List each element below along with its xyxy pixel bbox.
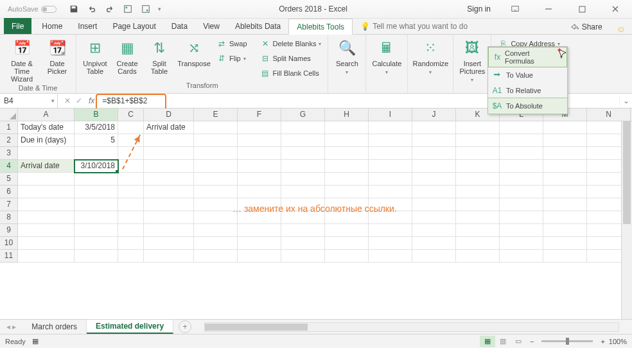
row-9[interactable]: 9 (0, 224, 18, 237)
cell-L4[interactable] (500, 160, 543, 173)
undo-button[interactable] (83, 2, 100, 16)
cell-L6[interactable] (500, 186, 543, 198)
to-absolute-item[interactable]: $ATo Absolute (488, 98, 567, 114)
tab-page-layout[interactable]: Page Layout (105, 18, 163, 34)
cell-C8[interactable] (118, 211, 144, 224)
col-H[interactable]: H (325, 108, 369, 121)
to-value-item[interactable]: ⮕To Value (488, 67, 567, 83)
share-button[interactable]: Share (563, 20, 610, 34)
cell-J5[interactable] (412, 173, 456, 186)
search-button[interactable]: 🔍Search▾ (332, 37, 362, 78)
calculate-button[interactable]: 🖩Calculate▾ (370, 37, 403, 78)
cell-G1[interactable] (281, 121, 325, 134)
sheet-estimated-delivery[interactable]: Estimated delivery (87, 320, 173, 334)
unpivot-table-button[interactable]: ⊞Unpivot Table (80, 37, 110, 76)
cell-J6[interactable] (412, 186, 456, 198)
cell-F5[interactable] (238, 173, 281, 186)
page-layout-view-button[interactable]: ▥ (495, 336, 511, 347)
cell-F1[interactable] (238, 121, 281, 134)
cell-K10[interactable] (456, 237, 500, 250)
cell-G9[interactable] (281, 224, 325, 237)
cell-I1[interactable] (369, 121, 412, 134)
cell-E6[interactable] (194, 186, 238, 198)
cell-L9[interactable] (500, 224, 543, 237)
cell-D9[interactable] (144, 224, 194, 237)
zoom-slider[interactable] (541, 340, 593, 342)
cell-M1[interactable] (543, 121, 587, 134)
cell-A9[interactable] (18, 224, 75, 237)
cell-I6[interactable] (369, 186, 412, 198)
cell-D10[interactable] (144, 237, 194, 250)
cell-C10[interactable] (118, 237, 144, 250)
sheet-march-orders[interactable]: March orders (22, 320, 87, 333)
cell-B4[interactable]: 3/10/2018 (75, 160, 118, 173)
tab-ablebits-tools[interactable]: Ablebits Tools (288, 19, 353, 35)
col-G[interactable]: G (281, 108, 325, 121)
cell-F2[interactable] (238, 134, 281, 147)
cell-H3[interactable] (325, 147, 369, 160)
row-6[interactable]: 6 (0, 186, 18, 198)
cell-G6[interactable] (281, 186, 325, 198)
cell-J8[interactable] (412, 211, 456, 224)
tab-file[interactable]: File (4, 18, 31, 34)
ribbon-options-button[interactable] (501, 0, 529, 19)
cell-H2[interactable] (325, 134, 369, 147)
cell-A11[interactable] (18, 250, 75, 263)
tell-me[interactable]: 💡Tell me what you want to do (353, 18, 475, 34)
feedback-icon[interactable]: ☺ (610, 24, 632, 34)
cell-I10[interactable] (369, 237, 412, 250)
cell-B1[interactable]: 3/5/2018 (75, 121, 118, 134)
cell-C11[interactable] (118, 250, 144, 263)
cell-G5[interactable] (281, 173, 325, 186)
cell-E3[interactable] (194, 147, 238, 160)
cell-A2[interactable]: Due in (days) (18, 134, 75, 147)
qat-customize[interactable]: ▾ (155, 2, 164, 16)
convert-formulas-button[interactable]: fxConvert Formulas▾ (488, 47, 567, 67)
fill-blank-button[interactable]: ▤Fill Blank Cells (258, 66, 324, 80)
sheet-nav[interactable]: ◂ ▸ (0, 322, 22, 331)
create-cards-button[interactable]: ▦Create Cards (112, 37, 142, 76)
cell-A6[interactable] (18, 186, 75, 198)
col-F[interactable]: F (238, 108, 281, 121)
row-8[interactable]: 8 (0, 211, 18, 224)
new-sheet-button[interactable]: + (179, 320, 191, 333)
cell-L1[interactable] (500, 121, 543, 134)
tab-insert[interactable]: Insert (70, 18, 105, 34)
col-N[interactable]: N (587, 108, 631, 121)
select-all-corner[interactable] (0, 108, 18, 121)
cell-M3[interactable] (543, 147, 587, 160)
autosave-toggle[interactable] (41, 6, 57, 13)
row-3[interactable]: 3 (0, 147, 18, 160)
cell-J11[interactable] (412, 250, 456, 263)
row-4[interactable]: 4 (0, 160, 18, 173)
cell-D6[interactable] (144, 186, 194, 198)
cell-D5[interactable] (144, 173, 194, 186)
row-1[interactable]: 1 (0, 121, 18, 134)
to-relative-item[interactable]: A1To Relative (488, 83, 567, 98)
cell-F10[interactable] (238, 237, 281, 250)
tab-data[interactable]: Data (164, 18, 195, 34)
cell-J2[interactable] (412, 134, 456, 147)
cell-C7[interactable] (118, 198, 144, 211)
expand-formula-bar[interactable]: ⌄ (619, 96, 632, 105)
cell-L2[interactable] (500, 134, 543, 147)
accept-formula-icon[interactable]: ✓ (76, 96, 82, 105)
cell-F3[interactable] (238, 147, 281, 160)
tab-ablebits-data[interactable]: Ablebits Data (227, 18, 288, 34)
cell-M5[interactable] (543, 173, 587, 186)
cell-H6[interactable] (325, 186, 369, 198)
cell-E7[interactable] (194, 198, 238, 211)
cell-M11[interactable] (543, 250, 587, 263)
cell-B9[interactable] (75, 224, 118, 237)
cell-L10[interactable] (500, 237, 543, 250)
cell-K6[interactable] (456, 186, 500, 198)
cell-J1[interactable] (412, 121, 456, 134)
cell-K7[interactable] (456, 198, 500, 211)
cell-A8[interactable] (18, 211, 75, 224)
split-table-button[interactable]: ⇅Split Table (145, 37, 174, 76)
cell-H11[interactable] (325, 250, 369, 263)
col-A[interactable]: A (18, 108, 75, 121)
swap-button[interactable]: ⇄Swap (214, 37, 250, 51)
date-picker-button[interactable]: 📆Date Picker (42, 37, 72, 76)
cell-M10[interactable] (543, 237, 587, 250)
